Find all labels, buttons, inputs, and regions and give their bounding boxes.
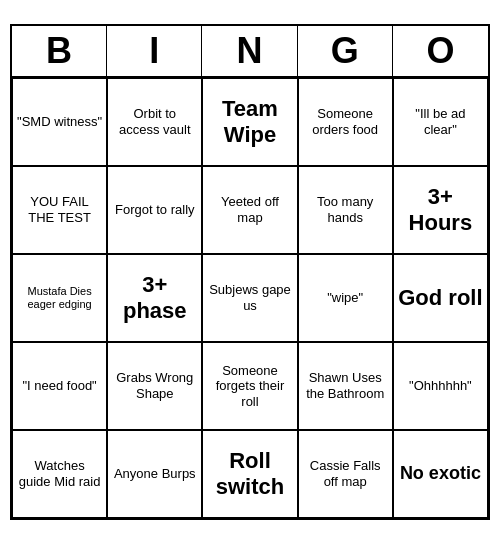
bingo-cell-6: Forgot to rally <box>107 166 202 254</box>
bingo-cell-22: Roll switch <box>202 430 297 518</box>
bingo-cell-3: Someone orders food <box>298 78 393 166</box>
bingo-cell-15: "I need food" <box>12 342 107 430</box>
bingo-letter-g: G <box>298 26 393 76</box>
bingo-cell-21: Anyone Burps <box>107 430 202 518</box>
bingo-cell-14: God roll <box>393 254 488 342</box>
bingo-cell-0: "SMD witness" <box>12 78 107 166</box>
bingo-cell-13: "wipe" <box>298 254 393 342</box>
bingo-cell-7: Yeeted off map <box>202 166 297 254</box>
bingo-header: BINGO <box>12 26 488 78</box>
bingo-cell-24: No exotic <box>393 430 488 518</box>
bingo-cell-9: 3+ Hours <box>393 166 488 254</box>
bingo-cell-8: Too many hands <box>298 166 393 254</box>
bingo-cell-12: Subjews gape us <box>202 254 297 342</box>
bingo-cell-17: Someone forgets their roll <box>202 342 297 430</box>
bingo-cell-23: Cassie Falls off map <box>298 430 393 518</box>
bingo-cell-16: Grabs Wrong Shape <box>107 342 202 430</box>
bingo-card: BINGO "SMD witness"Orbit to access vault… <box>10 24 490 520</box>
bingo-letter-b: B <box>12 26 107 76</box>
bingo-grid: "SMD witness"Orbit to access vaultTeam W… <box>12 78 488 518</box>
bingo-letter-n: N <box>202 26 297 76</box>
bingo-cell-5: YOU FAIL THE TEST <box>12 166 107 254</box>
bingo-cell-18: Shawn Uses the Bathroom <box>298 342 393 430</box>
bingo-letter-i: I <box>107 26 202 76</box>
bingo-cell-2: Team Wipe <box>202 78 297 166</box>
bingo-cell-19: "Ohhhhhh" <box>393 342 488 430</box>
bingo-letter-o: O <box>393 26 488 76</box>
bingo-cell-11: 3+ phase <box>107 254 202 342</box>
bingo-cell-20: Watches guide Mid raid <box>12 430 107 518</box>
bingo-cell-1: Orbit to access vault <box>107 78 202 166</box>
bingo-cell-4: "Ill be ad clear" <box>393 78 488 166</box>
bingo-cell-10: Mustafa Dies eager edging <box>12 254 107 342</box>
